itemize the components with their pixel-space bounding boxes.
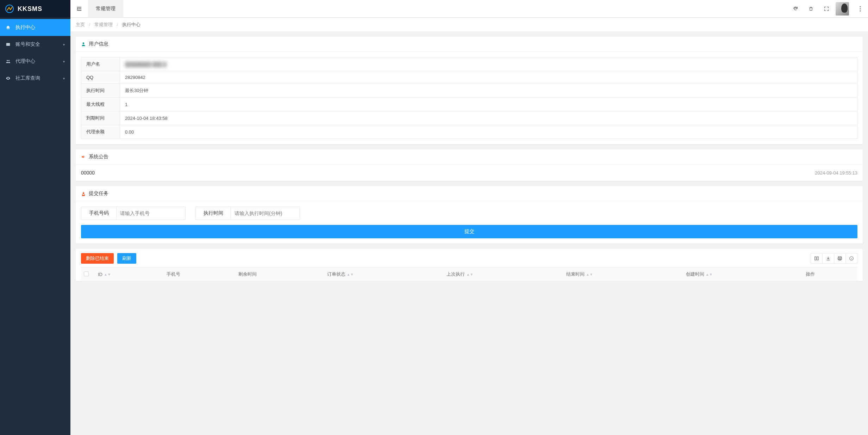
duration-label: 执行时间 bbox=[195, 207, 231, 220]
sidebar-item-label: 执行中心 bbox=[15, 24, 65, 31]
info-value: 0.00 bbox=[120, 125, 857, 139]
brand-logo-icon bbox=[5, 4, 14, 13]
refresh-table-button[interactable]: 刷新 bbox=[117, 253, 136, 264]
info-tool[interactable] bbox=[845, 253, 857, 264]
card-title: 提交任务 bbox=[89, 190, 108, 197]
sidebar: KKSMS 执行中心 账号和安全 ▾ 代理中心 ▾ bbox=[0, 0, 70, 435]
sort-icon: ▲▼ bbox=[586, 274, 593, 276]
brand-name: KKSMS bbox=[18, 5, 42, 13]
card-header: 提交任务 bbox=[76, 186, 863, 201]
topbar-actions bbox=[788, 0, 868, 17]
svg-point-10 bbox=[83, 42, 85, 44]
info-key: QQ bbox=[81, 71, 120, 84]
col-remaining: 剩余时间 bbox=[236, 268, 324, 281]
phone-label: 手机号码 bbox=[81, 207, 116, 220]
form-row: 手机号码 执行时间 bbox=[81, 207, 857, 220]
info-circle-icon bbox=[849, 256, 854, 261]
col-action: 操作 bbox=[803, 268, 857, 281]
task-table: ID▲▼ 手机号 剩余时间 订单状态▲▼ 上次执行▲▼ 结束时间▲▼ 创建时间▲… bbox=[81, 267, 857, 281]
svg-point-3 bbox=[8, 60, 10, 61]
download-icon bbox=[826, 256, 831, 261]
info-key: 最大线程 bbox=[81, 98, 120, 111]
trash-icon bbox=[808, 6, 813, 12]
eye-icon bbox=[6, 76, 11, 81]
sidebar-nav: 执行中心 账号和安全 ▾ 代理中心 ▾ 社工库查询 bbox=[0, 18, 70, 87]
info-key: 到期时间 bbox=[81, 111, 120, 125]
col-phone: 手机号 bbox=[164, 268, 236, 281]
notice-row: 00000 2024-09-04 19:55:13 bbox=[81, 170, 857, 176]
more-button[interactable] bbox=[853, 0, 868, 18]
card-task-table: 删除已结束 刷新 bbox=[76, 249, 863, 281]
info-value: 28290842 bbox=[120, 71, 857, 84]
export-tool[interactable] bbox=[822, 253, 834, 264]
select-all-checkbox[interactable] bbox=[84, 271, 89, 276]
fullscreen-button[interactable] bbox=[819, 0, 834, 18]
card-header: 系统公告 bbox=[76, 149, 863, 165]
card-user-info: 用户信息 用户名 ████████ ███ █ QQ 28290842 bbox=[76, 37, 863, 144]
sort-icon: ▲▼ bbox=[347, 274, 354, 276]
notice-date: 2024-09-04 19:55:13 bbox=[815, 170, 857, 176]
expand-icon bbox=[824, 6, 829, 12]
svg-point-9 bbox=[860, 10, 861, 11]
main-area: 常规管理 主页 / 常规管理 bbox=[70, 0, 868, 435]
columns-tool[interactable] bbox=[811, 253, 823, 264]
tab-general-management[interactable]: 常规管理 bbox=[88, 0, 123, 17]
form-group-phone: 手机号码 bbox=[81, 207, 186, 220]
duration-input[interactable] bbox=[231, 207, 300, 220]
brand: KKSMS bbox=[0, 0, 70, 18]
sort-icon: ▲▼ bbox=[706, 274, 713, 276]
col-status[interactable]: 订单状态▲▼ bbox=[324, 268, 444, 281]
form-group-duration: 执行时间 bbox=[195, 207, 300, 220]
submit-button[interactable]: 提交 bbox=[81, 225, 857, 238]
users-icon bbox=[6, 59, 11, 64]
svg-rect-1 bbox=[6, 43, 10, 46]
user-icon bbox=[81, 42, 86, 47]
sidebar-item-account-security[interactable]: 账号和安全 ▾ bbox=[0, 36, 70, 53]
print-tool[interactable] bbox=[834, 253, 846, 264]
info-row: 最大线程 1 bbox=[81, 98, 857, 111]
notice-text: 00000 bbox=[81, 170, 95, 176]
sort-icon: ▲▼ bbox=[104, 274, 111, 276]
col-create-time[interactable]: 创建时间▲▼ bbox=[683, 268, 803, 281]
breadcrumb-mid[interactable]: 常规管理 bbox=[94, 22, 113, 27]
delete-finished-button[interactable]: 删除已结束 bbox=[81, 253, 114, 264]
info-value: 最长30分钟 bbox=[120, 84, 857, 98]
svg-point-8 bbox=[860, 8, 861, 9]
sidebar-item-agent-center[interactable]: 代理中心 ▾ bbox=[0, 53, 70, 70]
table-toolbar: 删除已结束 刷新 bbox=[81, 253, 857, 267]
svg-point-2 bbox=[7, 60, 8, 61]
info-key: 执行时间 bbox=[81, 84, 120, 98]
chevron-down-icon: ▾ bbox=[63, 43, 65, 47]
columns-icon bbox=[814, 256, 819, 261]
col-last-exec[interactable]: 上次执行▲▼ bbox=[444, 268, 563, 281]
phone-input[interactable] bbox=[116, 207, 186, 220]
breadcrumb-current: 执行中心 bbox=[122, 22, 140, 27]
breadcrumb-home[interactable]: 主页 bbox=[76, 22, 85, 27]
sidebar-item-social-db[interactable]: 社工库查询 ▾ bbox=[0, 70, 70, 87]
svg-rect-11 bbox=[815, 257, 816, 260]
sidebar-item-label: 社工库查询 bbox=[15, 75, 59, 81]
info-key: 用户名 bbox=[81, 57, 120, 71]
info-row: QQ 28290842 bbox=[81, 71, 857, 84]
delete-button[interactable] bbox=[803, 0, 819, 18]
user-avatar[interactable] bbox=[836, 2, 849, 16]
col-end-time[interactable]: 结束时间▲▼ bbox=[563, 268, 683, 281]
chevron-down-icon: ▾ bbox=[63, 60, 65, 63]
card-system-notice: 系统公告 00000 2024-09-04 19:55:13 bbox=[76, 149, 863, 181]
col-id[interactable]: ID▲▼ bbox=[95, 268, 164, 281]
print-icon bbox=[837, 256, 842, 261]
card-submit-task: 提交任务 手机号码 执行时间 提交 bbox=[76, 186, 863, 244]
sidebar-item-execute-center[interactable]: 执行中心 bbox=[0, 19, 70, 36]
info-value: ████████ ███ █ bbox=[120, 57, 857, 71]
indent-icon bbox=[76, 6, 82, 12]
info-row: 用户名 ████████ ███ █ bbox=[81, 57, 857, 71]
bullhorn-icon bbox=[81, 154, 86, 159]
refresh-button[interactable] bbox=[788, 0, 803, 18]
card-header: 用户信息 bbox=[76, 37, 863, 52]
info-key: 代理余额 bbox=[81, 125, 120, 139]
info-row: 代理余额 0.00 bbox=[81, 125, 857, 139]
more-vertical-icon bbox=[860, 6, 861, 12]
sidebar-toggle-button[interactable] bbox=[70, 0, 88, 17]
info-row: 到期时间 2024-10-04 18:43:58 bbox=[81, 111, 857, 125]
topbar: 常规管理 bbox=[70, 0, 868, 18]
